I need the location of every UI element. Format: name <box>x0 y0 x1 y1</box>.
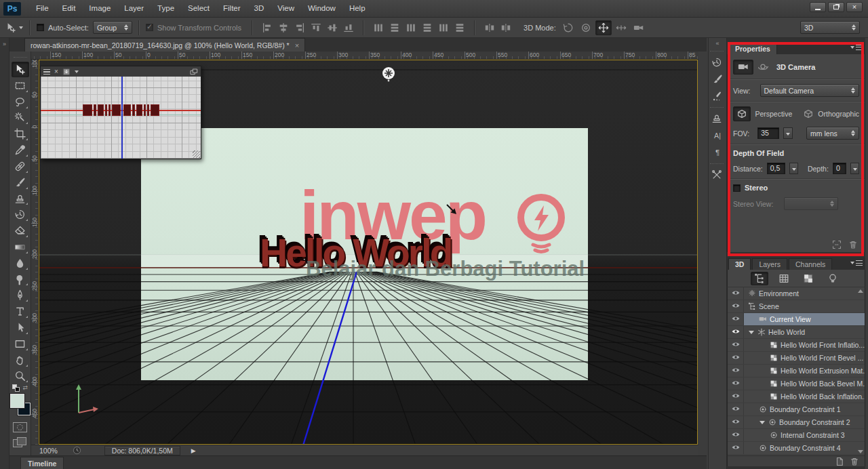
visibility-toggle[interactable] <box>728 339 744 351</box>
tool-spot-healing-brush[interactable] <box>12 159 29 174</box>
canvas-viewport[interactable]: inwep Hello World Belajar dan Berbagi Tu… <box>39 60 698 445</box>
visibility-toggle[interactable] <box>728 403 744 415</box>
document-info[interactable]: Doc: 806,0K/1,50M <box>104 446 180 455</box>
tool-dodge[interactable] <box>12 272 29 287</box>
show-transform-checkbox[interactable] <box>146 24 153 31</box>
camera-view-dropdown[interactable]: Default Camera <box>760 84 860 97</box>
tool-history-brush[interactable] <box>12 207 29 222</box>
tab-3d[interactable]: 3D <box>728 258 751 270</box>
tool-magic-wand[interactable] <box>12 110 29 126</box>
3d-drag-button[interactable] <box>595 20 612 35</box>
panel-menu-icon[interactable] <box>850 45 863 50</box>
tool-hand[interactable] <box>12 352 29 368</box>
close-tab-icon[interactable]: × <box>295 41 299 49</box>
workspace-switcher[interactable]: 3D <box>800 21 860 34</box>
3d-panel-row[interactable]: Scene <box>728 300 865 313</box>
3d-panel-row[interactable]: Boundary Constraint 4 <box>728 442 865 455</box>
tab-layers[interactable]: Layers <box>752 258 787 270</box>
perspective-button[interactable] <box>733 106 751 121</box>
screen-mode-button[interactable] <box>13 437 26 449</box>
menu-3d[interactable]: 3D <box>248 0 271 17</box>
3d-roll-button[interactable] <box>578 20 594 35</box>
depth-dropdown-button[interactable] <box>850 163 859 174</box>
expand-dock-icon[interactable]: » <box>0 41 9 47</box>
frame-corners-icon[interactable] <box>832 240 842 249</box>
distribute-top-edges-button[interactable] <box>370 20 387 35</box>
menu-window[interactable]: Window <box>301 0 342 17</box>
menu-layer[interactable]: Layer <box>117 0 151 17</box>
visibility-toggle[interactable] <box>728 326 744 338</box>
distribute-right-edges-button[interactable] <box>452 20 468 35</box>
3d-panel-row[interactable]: Hello World Front Bevel ... <box>728 352 865 365</box>
menu-select[interactable]: Select <box>181 0 216 17</box>
distribute-horizontal-centers-button[interactable] <box>435 20 452 35</box>
3d-zoom-button[interactable] <box>631 20 647 35</box>
status-menu-arrow-icon[interactable]: ▶ <box>191 447 196 454</box>
menu-help[interactable]: Help <box>342 0 372 17</box>
distribute-horizontal-space-button[interactable] <box>481 20 498 35</box>
align-horizontal-centers-button[interactable] <box>275 20 292 35</box>
collapse-dock-icon[interactable]: « <box>715 40 719 47</box>
expand-triangle-icon[interactable] <box>749 331 754 334</box>
visibility-toggle[interactable] <box>728 313 744 325</box>
camera-properties-button[interactable] <box>733 60 753 75</box>
menu-file[interactable]: File <box>29 0 56 17</box>
3d-rotate-button[interactable] <box>560 20 576 35</box>
panel-tool-presets-button[interactable] <box>709 168 724 182</box>
tool-path-selection[interactable] <box>12 320 29 335</box>
tool-gradient[interactable] <box>12 239 29 255</box>
3d-panel-row[interactable]: Current View <box>728 313 865 326</box>
tool-preset-dropdown-icon[interactable] <box>19 26 23 29</box>
minimize-button[interactable] <box>810 2 826 12</box>
tool-clone-stamp[interactable] <box>12 191 29 207</box>
visibility-toggle[interactable] <box>728 416 744 428</box>
visibility-toggle[interactable] <box>728 300 744 312</box>
panel-history-button[interactable] <box>709 56 724 69</box>
foreground-color-swatch[interactable] <box>10 394 24 408</box>
menu-image[interactable]: Image <box>82 0 117 17</box>
close-secondary-view-icon[interactable]: × <box>54 68 58 75</box>
filter-meshes-button[interactable] <box>775 272 793 285</box>
panel-paragraph-button[interactable]: ¶ <box>710 146 725 159</box>
tool-move[interactable] <box>12 62 29 77</box>
close-button[interactable]: × <box>846 2 863 12</box>
3d-panel-row[interactable]: Hello World Back Inflation... <box>728 390 865 403</box>
align-top-edges-button[interactable] <box>308 20 324 35</box>
import-view-icon[interactable] <box>62 68 71 76</box>
camera-rotate-widget-icon[interactable] <box>381 66 396 83</box>
zoom-level-field[interactable]: 100% <box>39 447 58 455</box>
distribute-left-edges-button[interactable] <box>419 20 435 35</box>
quick-mask-button[interactable] <box>13 422 27 434</box>
tool-lasso[interactable] <box>12 94 29 110</box>
fov-dropdown-button[interactable] <box>783 127 793 139</box>
secondary-view-window[interactable]: × <box>40 66 201 159</box>
horizontal-ruler[interactable]: 1501005005010015020025030035040045050055… <box>31 52 698 60</box>
panel-brush-panel-button[interactable] <box>710 73 725 86</box>
3d-panel-row[interactable]: Environment <box>728 287 865 300</box>
photoshop-logo-icon[interactable]: Ps <box>3 2 21 16</box>
delete-icon[interactable] <box>848 240 858 249</box>
panel-menu-icon[interactable] <box>43 69 50 75</box>
3d-panel-row[interactable]: Boundary Constraint 1 <box>728 403 865 416</box>
visibility-toggle[interactable] <box>728 365 744 377</box>
distribute-bottom-edges-button[interactable] <box>403 20 419 35</box>
fov-field[interactable]: 35 <box>757 127 779 139</box>
tool-eyedropper[interactable] <box>12 142 29 158</box>
stereo-checkbox[interactable] <box>733 184 741 192</box>
tab-channels[interactable]: Channels <box>789 258 832 270</box>
chevron-down-icon[interactable] <box>75 70 79 73</box>
expand-triangle-icon[interactable] <box>760 421 765 424</box>
filter-materials-button[interactable] <box>800 272 817 285</box>
sync-status-icon[interactable] <box>73 446 81 455</box>
resize-handle[interactable] <box>193 150 200 158</box>
3d-panel-row[interactable]: Hello World Extrusion Mat... <box>728 365 865 378</box>
restore-button[interactable] <box>828 2 844 12</box>
tool-eraser[interactable] <box>12 223 29 239</box>
visibility-toggle[interactable] <box>728 429 744 441</box>
align-left-edges-button[interactable] <box>259 20 275 35</box>
menu-view[interactable]: View <box>271 0 301 17</box>
visibility-toggle[interactable] <box>728 390 744 403</box>
align-vertical-centers-button[interactable] <box>324 20 340 35</box>
distribute-vertical-centers-button[interactable] <box>387 20 403 35</box>
distance-field[interactable]: 0,5 <box>767 163 786 174</box>
